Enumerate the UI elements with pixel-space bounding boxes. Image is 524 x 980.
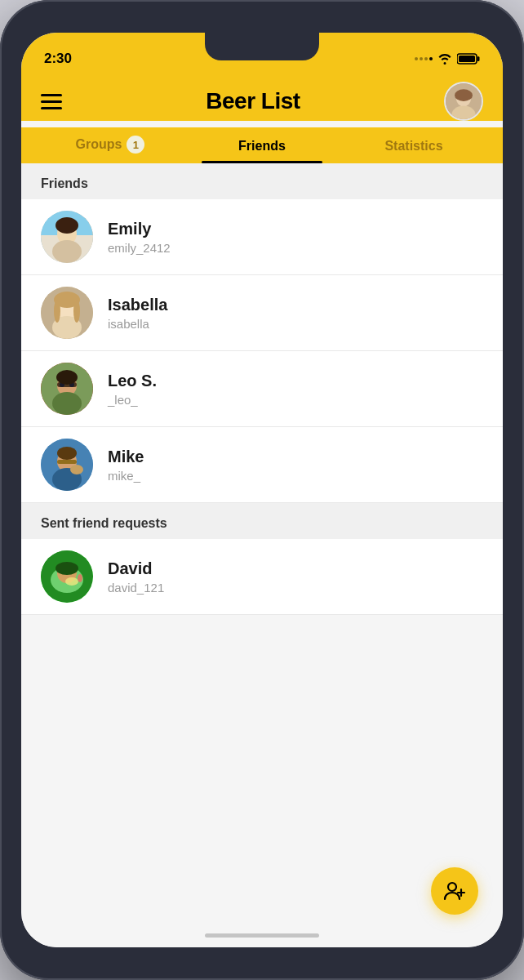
tabs: Groups 1 Friends Statistics bbox=[21, 127, 503, 163]
groups-badge: 1 bbox=[127, 136, 144, 154]
svg-point-11 bbox=[52, 240, 82, 263]
svg-point-38 bbox=[448, 883, 456, 891]
tab-friends-label: Friends bbox=[238, 139, 286, 154]
svg-rect-29 bbox=[57, 460, 77, 464]
svg-rect-2 bbox=[459, 56, 475, 62]
notch bbox=[205, 33, 319, 60]
tab-friends[interactable]: Friends bbox=[186, 131, 338, 163]
battery-icon bbox=[457, 53, 480, 65]
friend-avatar-david bbox=[41, 550, 93, 603]
friends-section-header: Friends bbox=[21, 163, 503, 199]
tab-groups-label: Groups bbox=[76, 137, 122, 152]
phone-frame: 2:30 Beer List bbox=[0, 0, 524, 980]
friend-avatar-mike bbox=[41, 439, 93, 491]
svg-rect-1 bbox=[477, 56, 480, 61]
friend-name-isabella: Isabella bbox=[108, 296, 167, 314]
svg-point-25 bbox=[56, 370, 78, 385]
tab-groups[interactable]: Groups 1 bbox=[34, 127, 186, 163]
friend-username-leo: _leo_ bbox=[108, 393, 157, 407]
friend-info-david: David david_121 bbox=[108, 559, 164, 595]
svg-point-7 bbox=[455, 89, 473, 101]
friend-name-leo: Leo S. bbox=[108, 372, 157, 390]
svg-point-12 bbox=[56, 217, 78, 234]
friend-item-mike[interactable]: Mike mike_ bbox=[21, 427, 503, 503]
tab-statistics[interactable]: Statistics bbox=[338, 131, 490, 163]
friend-name-emily: Emily bbox=[108, 220, 171, 238]
app-title: Beer List bbox=[206, 88, 300, 114]
status-time: 2:30 bbox=[44, 51, 72, 67]
friend-username-emily: emily_2412 bbox=[108, 241, 171, 255]
signal-icon bbox=[415, 57, 433, 60]
add-friend-button[interactable] bbox=[431, 867, 478, 915]
friend-name-mike: Mike bbox=[108, 448, 144, 466]
svg-point-36 bbox=[65, 577, 78, 586]
svg-point-35 bbox=[56, 562, 78, 575]
requests-section-header: Sent friend requests bbox=[21, 503, 503, 539]
friend-username-mike: mike_ bbox=[108, 469, 144, 483]
friend-info-isabella: Isabella isabella bbox=[108, 296, 167, 331]
hamburger-menu[interactable] bbox=[41, 94, 62, 109]
friend-info-emily: Emily emily_2412 bbox=[108, 220, 171, 255]
friend-item-david[interactable]: David david_121 bbox=[21, 539, 503, 615]
svg-point-18 bbox=[73, 300, 80, 323]
friend-avatar-leo bbox=[41, 363, 93, 415]
header: Beer List bbox=[21, 74, 503, 121]
friend-username-david: david_121 bbox=[108, 581, 164, 595]
svg-point-30 bbox=[57, 447, 77, 460]
screen: 2:30 Beer List bbox=[21, 33, 503, 947]
svg-point-37 bbox=[78, 574, 82, 582]
friend-avatar-emily bbox=[41, 211, 93, 263]
friend-name-david: David bbox=[108, 559, 164, 578]
friend-info-leo: Leo S. _leo_ bbox=[108, 372, 157, 407]
status-icons bbox=[415, 53, 480, 65]
user-avatar[interactable] bbox=[444, 82, 483, 121]
svg-point-17 bbox=[54, 300, 60, 323]
friend-avatar-isabella bbox=[41, 287, 93, 339]
add-person-icon bbox=[443, 880, 466, 902]
friend-item-leo[interactable]: Leo S. _leo_ bbox=[21, 351, 503, 427]
content-area: Friends Emily bbox=[21, 163, 503, 947]
friend-info-mike: Mike mike_ bbox=[108, 448, 144, 483]
wifi-icon bbox=[437, 53, 452, 65]
home-indicator bbox=[205, 933, 319, 938]
svg-point-31 bbox=[70, 465, 83, 474]
friend-item-isabella[interactable]: Isabella isabella bbox=[21, 275, 503, 351]
friend-item-emily[interactable]: Emily emily_2412 bbox=[21, 199, 503, 275]
friend-username-isabella: isabella bbox=[108, 317, 167, 331]
tab-statistics-label: Statistics bbox=[384, 139, 442, 154]
svg-point-21 bbox=[52, 392, 82, 415]
